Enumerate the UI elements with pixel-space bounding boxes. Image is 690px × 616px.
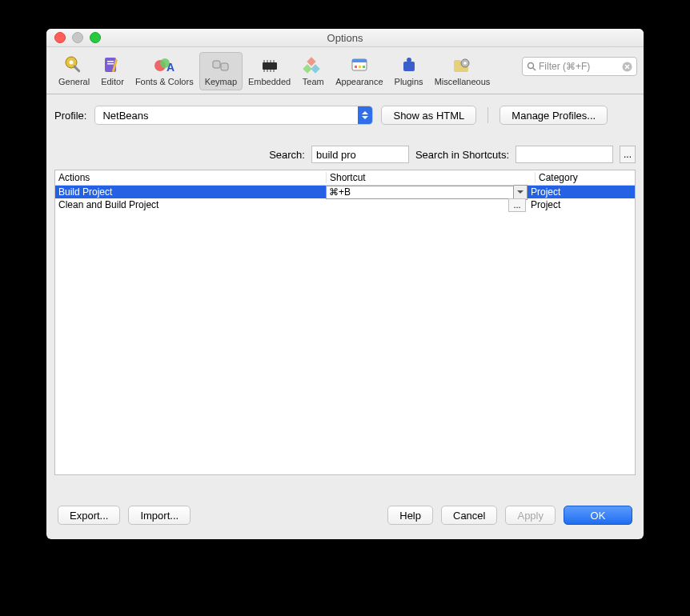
- tab-label: Editor: [101, 77, 124, 86]
- shortcut-more-button[interactable]: ...: [508, 198, 526, 212]
- svg-point-34: [464, 62, 467, 65]
- filter-input[interactable]: Filter (⌘+F): [522, 57, 637, 76]
- tab-plugins[interactable]: Plugins: [389, 52, 429, 90]
- svg-rect-29: [403, 62, 415, 71]
- tab-label: Team: [303, 77, 324, 86]
- profile-select[interactable]: NetBeans: [94, 106, 373, 125]
- options-window: Options General Editor A Fonts & Colors: [46, 29, 644, 539]
- show-as-html-button[interactable]: Show as HTML: [381, 106, 476, 125]
- profile-label: Profile:: [54, 110, 86, 122]
- svg-rect-4: [107, 61, 114, 62]
- clear-icon[interactable]: [622, 62, 632, 72]
- svg-point-1: [69, 61, 73, 65]
- svg-rect-22: [303, 64, 312, 73]
- tab-label: General: [58, 77, 90, 86]
- keymap-table: Actions Shortcut Category Build Project …: [54, 170, 636, 475]
- tab-label: Plugins: [395, 77, 423, 86]
- cell-category: Project: [528, 186, 635, 198]
- search-shortcuts-label: Search in Shortcuts:: [415, 149, 509, 161]
- table-row[interactable]: Build Project ⌘+B Project: [55, 186, 635, 198]
- tab-label: Embedded: [248, 77, 291, 86]
- tab-keymap[interactable]: Keymap: [199, 52, 243, 90]
- cell-category: Project: [528, 199, 635, 210]
- svg-rect-10: [213, 61, 220, 68]
- gear-folder-icon: [451, 54, 473, 77]
- table-row[interactable]: Clean and Build Project ... Project: [55, 198, 635, 211]
- window-palette-icon: [348, 54, 371, 77]
- apply-button: Apply: [505, 506, 556, 525]
- svg-rect-16: [273, 60, 275, 62]
- svg-rect-30: [407, 58, 411, 62]
- shortcut-editor-input[interactable]: ⌘+B: [326, 186, 514, 199]
- search-icon: [527, 62, 536, 71]
- svg-line-36: [533, 68, 536, 70]
- dialog-footer: Export... Import... Help Cancel Apply OK: [46, 482, 644, 539]
- tab-general[interactable]: General: [53, 52, 95, 90]
- tab-label: Keymap: [205, 77, 237, 86]
- cell-action: Clean and Build Project: [55, 199, 326, 210]
- svg-rect-28: [363, 66, 365, 68]
- export-button[interactable]: Export...: [58, 506, 120, 525]
- col-header-actions[interactable]: Actions: [55, 172, 327, 183]
- search-label: Search:: [269, 149, 305, 161]
- svg-point-35: [528, 63, 534, 69]
- profile-row: Profile: NetBeans Show as HTML Manage Pr…: [54, 106, 636, 125]
- palette-letter-icon: A: [153, 54, 175, 77]
- tab-fonts-colors[interactable]: A Fonts & Colors: [130, 52, 199, 90]
- cell-shortcut: ...: [326, 198, 528, 212]
- options-toolbar: General Editor A Fonts & Colors Keymap: [46, 47, 644, 94]
- cell-action: Build Project: [55, 186, 326, 198]
- svg-rect-17: [263, 70, 265, 72]
- window-title: Options: [46, 32, 644, 44]
- svg-rect-26: [355, 66, 357, 68]
- chip-icon: [259, 54, 281, 77]
- tab-label: Miscellaneous: [435, 77, 491, 86]
- svg-rect-27: [359, 66, 361, 68]
- search-shortcuts-input[interactable]: [515, 146, 613, 163]
- shortcut-editor-value: ⌘+B: [329, 186, 351, 198]
- svg-rect-12: [263, 62, 277, 70]
- help-button[interactable]: Help: [387, 506, 433, 525]
- col-header-category[interactable]: Category: [536, 172, 635, 183]
- svg-rect-25: [352, 59, 367, 62]
- svg-rect-18: [267, 70, 268, 72]
- tab-label: Fonts & Colors: [135, 77, 194, 86]
- divider: [487, 107, 488, 123]
- search-input[interactable]: build pro: [311, 146, 409, 163]
- profile-select-value: NetBeans: [95, 110, 358, 122]
- cubes-icon: [302, 54, 324, 77]
- svg-rect-15: [270, 60, 271, 62]
- tab-editor[interactable]: Editor: [95, 52, 130, 90]
- cancel-button[interactable]: Cancel: [441, 506, 497, 525]
- search-row: Search: build pro Search in Shortcuts: .…: [54, 146, 636, 163]
- tab-embedded[interactable]: Embedded: [243, 52, 296, 90]
- svg-rect-19: [270, 70, 271, 72]
- svg-rect-5: [107, 63, 114, 65]
- svg-rect-32: [454, 60, 461, 64]
- import-button[interactable]: Import...: [128, 506, 191, 525]
- col-header-shortcut[interactable]: Shortcut: [327, 172, 536, 183]
- gear-wrench-icon: [63, 54, 86, 77]
- filter-placeholder: Filter (⌘+F): [539, 61, 590, 72]
- svg-rect-13: [263, 60, 265, 62]
- tab-team[interactable]: Team: [296, 52, 330, 90]
- svg-rect-21: [307, 57, 316, 66]
- svg-rect-11: [221, 63, 228, 70]
- svg-rect-23: [311, 64, 320, 73]
- ok-button[interactable]: OK: [564, 506, 632, 525]
- svg-rect-14: [267, 60, 268, 62]
- keymap-panel: Profile: NetBeans Show as HTML Manage Pr…: [46, 94, 644, 482]
- keys-icon: [210, 54, 232, 77]
- notepad-pencil-icon: [102, 54, 124, 77]
- search-input-value: build pro: [316, 149, 356, 161]
- svg-rect-20: [273, 70, 275, 72]
- tab-miscellaneous[interactable]: Miscellaneous: [429, 52, 496, 90]
- search-shortcuts-more-button[interactable]: ...: [620, 146, 636, 163]
- svg-text:A: A: [166, 61, 175, 74]
- tab-appearance[interactable]: Appearance: [330, 52, 388, 90]
- table-header: Actions Shortcut Category: [55, 170, 635, 186]
- manage-profiles-button[interactable]: Manage Profiles...: [499, 106, 608, 125]
- select-arrows-icon: [358, 106, 372, 124]
- svg-rect-2: [72, 65, 80, 73]
- plugin-icon: [398, 54, 420, 77]
